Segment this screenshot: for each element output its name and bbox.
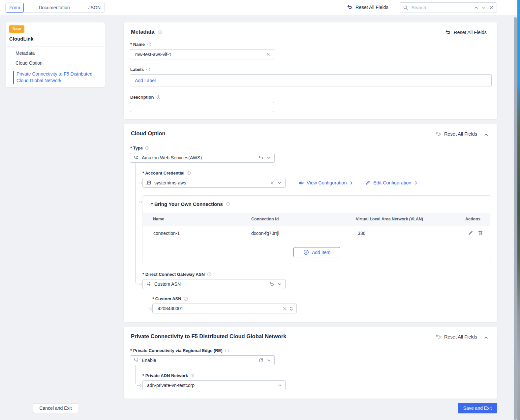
metadata-reset-all-fields-button[interactable]: Reset All Fields xyxy=(445,29,487,35)
private-connectivity-section: Private Connectivity to F5 Distributed C… xyxy=(124,327,497,399)
info-icon[interactable] xyxy=(156,95,161,99)
stepper-down-icon[interactable] xyxy=(290,309,293,311)
description-input[interactable] xyxy=(135,104,270,110)
type-select[interactable]: Amazon Web Services(AWS) xyxy=(130,153,275,163)
chevron-right-icon xyxy=(349,181,353,185)
collapse-section-icon[interactable] xyxy=(484,132,489,137)
chevron-down-icon[interactable] xyxy=(266,155,271,160)
metadata-reset-label: Reset All Fields xyxy=(454,30,487,35)
account-credential-field-label: * Account Credential xyxy=(142,171,184,176)
delete-row-icon[interactable] xyxy=(478,230,483,236)
private-connectivity-reset-label: Reset All Fields xyxy=(444,334,477,339)
chevron-down-icon[interactable] xyxy=(266,358,271,363)
undo-icon xyxy=(347,4,352,10)
search-next-icon[interactable] xyxy=(481,5,486,10)
tree-connector xyxy=(136,183,139,183)
info-icon[interactable] xyxy=(147,42,151,47)
description-field-label: Description xyxy=(130,95,154,100)
name-field-label: * Name xyxy=(130,42,145,47)
info-icon[interactable] xyxy=(207,272,211,276)
cloud-option-section: Cloud Option Reset All Fields * Type Ama… xyxy=(124,124,497,322)
labels-input-area[interactable]: Add Label xyxy=(130,74,492,86)
name-input[interactable] xyxy=(135,51,263,57)
tab-json[interactable]: JSON xyxy=(85,3,105,13)
edit-row-icon[interactable] xyxy=(468,230,473,236)
row-vlan: 336 xyxy=(358,231,365,236)
background-page-edge xyxy=(517,0,520,420)
search-input[interactable] xyxy=(411,5,468,11)
metadata-section-title: Metadata xyxy=(131,29,155,35)
row-name: connection-1 xyxy=(153,231,180,236)
byoc-title: * Bring Your Own Connections xyxy=(151,201,223,207)
cloud-option-reset-label: Reset All Fields xyxy=(444,131,477,137)
metadata-section: Metadata Reset All Fields * Name Labels … xyxy=(124,22,497,119)
column-actions: Actions xyxy=(465,217,480,221)
cloud-option-section-title: Cloud Option xyxy=(131,130,165,137)
adn-network-select[interactable]: adn-private-vn-testcorp xyxy=(142,380,286,390)
sidebar-divider-notch xyxy=(24,47,29,49)
undo-icon xyxy=(436,131,441,137)
info-icon[interactable] xyxy=(158,30,162,34)
info-icon[interactable] xyxy=(187,171,191,175)
vertical-scrollbar[interactable] xyxy=(514,17,517,420)
clear-icon[interactable] xyxy=(270,181,274,185)
add-item-label: Add Item xyxy=(312,250,330,255)
tree-connector-dot xyxy=(139,384,142,387)
chevron-down-icon[interactable] xyxy=(277,180,282,185)
custom-asn-input[interactable] xyxy=(157,306,280,311)
top-toolbar: Form Documentation JSON Reset All Fields xyxy=(0,0,517,15)
adn-network-value: adn-private-vn-testcorp xyxy=(146,383,274,388)
undo-icon xyxy=(445,29,451,35)
undo-icon[interactable] xyxy=(269,281,274,287)
regional-edge-select[interactable]: Enable xyxy=(130,355,275,365)
plus-circle-icon xyxy=(303,249,309,255)
search-close-icon[interactable] xyxy=(489,5,494,10)
info-icon[interactable] xyxy=(146,67,150,72)
stepper-up-icon[interactable] xyxy=(290,306,293,308)
view-configuration-link[interactable]: View Configuration xyxy=(298,178,353,188)
adn-network-field-label: * Private ADN Network xyxy=(142,373,188,378)
custom-asn-input-wrap xyxy=(152,304,297,313)
chevron-down-icon[interactable] xyxy=(277,282,282,286)
sidebar-item-cloud-option[interactable]: Cloud Option xyxy=(15,60,43,66)
account-credential-value: system/ms-aws xyxy=(154,180,267,185)
clear-icon[interactable] xyxy=(283,307,287,311)
dcg-asn-select[interactable]: Custom ASN xyxy=(142,279,286,289)
search-prev-icon[interactable] xyxy=(474,5,479,10)
undo-icon xyxy=(436,334,441,339)
info-icon[interactable] xyxy=(226,202,230,206)
private-connectivity-reset-all-fields-button[interactable]: Reset All Fields xyxy=(436,334,477,339)
cloudlink-form-page: Form Documentation JSON Reset All Fields… xyxy=(0,0,520,420)
account-credential-select[interactable]: system/ms-aws xyxy=(142,178,286,188)
sidebar-item-private-connectivity[interactable]: Private Connectivity to F5 Distributed C… xyxy=(16,71,100,84)
number-stepper[interactable] xyxy=(290,306,293,311)
info-icon[interactable] xyxy=(225,348,229,353)
refresh-icon[interactable] xyxy=(259,358,263,363)
info-icon[interactable] xyxy=(190,373,195,378)
sidebar-item-metadata[interactable]: Metadata xyxy=(15,50,35,56)
column-vlan: Virtual Local Area Network (VLAN) xyxy=(356,217,423,221)
collapse-section-icon[interactable] xyxy=(484,335,489,340)
chevron-right-icon xyxy=(414,181,418,185)
chevron-down-icon[interactable] xyxy=(277,383,282,388)
save-and-exit-button[interactable]: Save and Exit xyxy=(458,403,497,413)
add-label-button[interactable]: Add Label xyxy=(135,78,156,83)
cancel-and-exit-button[interactable]: Cancel and Exit xyxy=(33,403,78,413)
info-icon[interactable] xyxy=(184,297,188,301)
edit-configuration-link[interactable]: Edit Configuration xyxy=(365,178,418,188)
tree-connector-dot xyxy=(139,201,142,203)
reset-all-fields-button[interactable]: Reset All Fields xyxy=(347,4,388,10)
oneof-selector-icon xyxy=(146,281,151,287)
tree-connector xyxy=(136,202,139,202)
info-icon[interactable] xyxy=(145,146,149,150)
search-icon xyxy=(403,5,408,10)
undo-icon[interactable] xyxy=(258,155,263,160)
object-type-title: CloudLink xyxy=(9,36,33,42)
form-navigation-sidebar: New CloudLink Metadata Cloud Option Priv… xyxy=(6,22,105,87)
tab-form[interactable]: Form xyxy=(6,3,24,13)
tab-documentation[interactable]: Documentation xyxy=(23,3,85,13)
clear-icon[interactable] xyxy=(266,52,270,56)
cloud-option-reset-all-fields-button[interactable]: Reset All Fields xyxy=(436,131,477,137)
add-item-button[interactable]: Add Item xyxy=(293,247,340,257)
name-input-wrap xyxy=(130,49,274,59)
